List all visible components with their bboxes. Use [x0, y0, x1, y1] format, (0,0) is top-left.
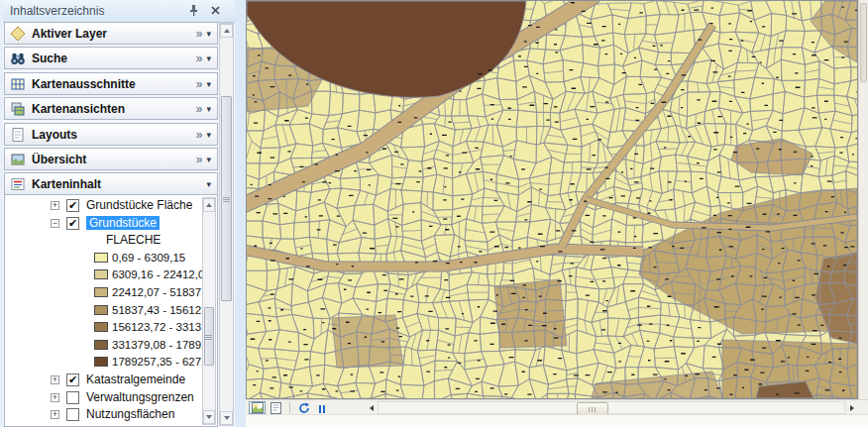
- legend-class-row: 1789257,35 - 627244: [5, 354, 218, 372]
- legend-class-row: 6309,16 - 22412,06: [5, 267, 218, 284]
- dropdown-icon[interactable]: ▾: [206, 79, 211, 89]
- legend-class-row: 0,69 - 6309,15: [5, 250, 218, 267]
- pause-button[interactable]: [313, 401, 330, 414]
- more-icon[interactable]: »: [196, 77, 203, 91]
- legend-swatch[interactable]: [94, 253, 108, 263]
- collapse-minus-icon[interactable]: −: [51, 219, 59, 228]
- section-aktiver-layer[interactable]: Aktiver Layer » ▾: [4, 22, 218, 45]
- legend-field-title: FLAECHE: [5, 232, 218, 250]
- bottom-strip: [246, 414, 868, 427]
- layer-checkbox[interactable]: ✔: [66, 199, 79, 212]
- dropdown-icon[interactable]: ▾: [206, 179, 211, 189]
- map-canvas[interactable]: [246, 0, 858, 399]
- section-layouts[interactable]: Layouts » ▾: [4, 123, 218, 146]
- expand-plus-icon[interactable]: +: [51, 410, 59, 419]
- panel-splitter[interactable]: [235, 0, 246, 427]
- panel-scrollbar[interactable]: [219, 23, 234, 426]
- dropdown-icon[interactable]: ▾: [206, 130, 211, 140]
- table-of-contents-panel: Inhaltsverzeichnis Aktiver Layer » ▾ Suc…: [3, 0, 236, 427]
- legend-class-row: 156123,72 - 331379,07: [5, 319, 218, 337]
- layer-checkbox[interactable]: ✔: [66, 217, 79, 230]
- legend-swatch[interactable]: [94, 287, 108, 297]
- more-icon[interactable]: »: [196, 102, 203, 116]
- binoculars-icon: [10, 51, 26, 66]
- map-area: [246, 0, 868, 427]
- section-karteninhalt[interactable]: Karteninhalt ▾: [4, 172, 218, 195]
- legend-swatch[interactable]: [94, 322, 108, 332]
- expand-plus-icon[interactable]: +: [51, 201, 59, 210]
- dropdown-icon[interactable]: ▾: [206, 53, 211, 63]
- cadastral-map-svg: [247, 1, 857, 398]
- scroll-down-arrow[interactable]: [220, 411, 233, 425]
- legend-class-row: 22412,07 - 51837,42: [5, 284, 218, 302]
- more-icon[interactable]: »: [196, 128, 203, 142]
- layer-checkbox[interactable]: [66, 408, 79, 421]
- more-icon[interactable]: »: [196, 52, 203, 65]
- selected-layer-label[interactable]: Grundstücke: [86, 216, 160, 230]
- layer-tree: + ✔ Grundstücke Fläche − ✔ Grundstücke F…: [4, 195, 218, 427]
- legend-swatch[interactable]: [94, 305, 108, 315]
- legend-class-row: 51837,43 - 156123,71: [5, 302, 218, 320]
- scroll-left-arrow[interactable]: [365, 401, 378, 414]
- tree-item-katastralgemeinde[interactable]: + ✔ Katastralgemeinde: [5, 372, 218, 389]
- expand-plus-icon[interactable]: +: [51, 375, 59, 384]
- map-contents-icon: [10, 176, 26, 192]
- more-icon[interactable]: »: [196, 27, 203, 41]
- tree-item-verwaltungsgrenzen[interactable]: + Verwaltungsgrenzen: [5, 389, 218, 407]
- toolbar-separator: [289, 402, 290, 413]
- pin-icon[interactable]: [186, 3, 201, 18]
- legend-swatch[interactable]: [94, 357, 108, 367]
- layer-checkbox[interactable]: ✔: [66, 374, 79, 386]
- data-view-button[interactable]: [249, 401, 266, 414]
- map-views-icon: [10, 101, 26, 117]
- horizontal-scroll-track[interactable]: [378, 401, 845, 414]
- panel-title: Inhaltsverzeichnis: [3, 4, 104, 18]
- tree-item-grundstuecke-flaeche[interactable]: + ✔ Grundstücke Fläche: [5, 197, 218, 215]
- section-uebersicht[interactable]: Übersicht » ▾: [4, 148, 218, 170]
- application-window: Inhaltsverzeichnis Aktiver Layer » ▾ Suc…: [0, 0, 868, 427]
- section-kartenansichten[interactable]: Kartenansichten » ▾: [4, 97, 218, 120]
- layout-view-button[interactable]: [268, 401, 284, 414]
- tree-item-nutzungsflaechen[interactable]: + Nutzungsflächen: [5, 406, 218, 424]
- map-vertical-scrollbar[interactable]: [858, 0, 868, 399]
- dropdown-icon[interactable]: ▾: [206, 29, 211, 39]
- overview-icon: [10, 152, 26, 167]
- panel-title-bar: Inhaltsverzeichnis: [3, 0, 235, 23]
- scroll-up-arrow[interactable]: [203, 198, 215, 212]
- map-horizontal-scrollbar[interactable]: [365, 401, 858, 414]
- tree-scrollbar[interactable]: [202, 197, 216, 425]
- layer-checkbox[interactable]: [66, 391, 79, 404]
- more-icon[interactable]: »: [196, 153, 203, 166]
- close-icon[interactable]: [208, 3, 223, 18]
- legend-swatch[interactable]: [94, 340, 108, 350]
- section-kartenausschnitte[interactable]: Kartenausschnitte » ▾: [4, 72, 218, 95]
- dropdown-icon[interactable]: ▾: [206, 155, 211, 164]
- map-toolbar: [246, 399, 868, 414]
- refresh-button[interactable]: [295, 401, 312, 414]
- scroll-down-arrow[interactable]: [203, 410, 215, 424]
- legend-swatch[interactable]: [94, 269, 108, 279]
- panel-scroll-thumb[interactable]: [221, 96, 232, 301]
- layer-diamond-icon: [10, 26, 26, 42]
- tree-item-grundstuecke[interactable]: − ✔ Grundstücke: [5, 215, 218, 233]
- expand-plus-icon[interactable]: +: [51, 393, 59, 402]
- dropdown-icon[interactable]: ▾: [206, 104, 211, 114]
- tree-scroll-thumb[interactable]: [204, 307, 214, 366]
- scroll-right-arrow[interactable]: [845, 401, 858, 414]
- legend-class-row: 331379,08 - 1789257,34: [5, 337, 218, 355]
- map-extents-icon: [10, 76, 26, 92]
- scroll-up-arrow[interactable]: [220, 24, 233, 38]
- section-suche[interactable]: Suche » ▾: [4, 47, 218, 69]
- layouts-icon: [10, 127, 26, 143]
- map-vertical-scroll-thumb[interactable]: [860, 3, 867, 82]
